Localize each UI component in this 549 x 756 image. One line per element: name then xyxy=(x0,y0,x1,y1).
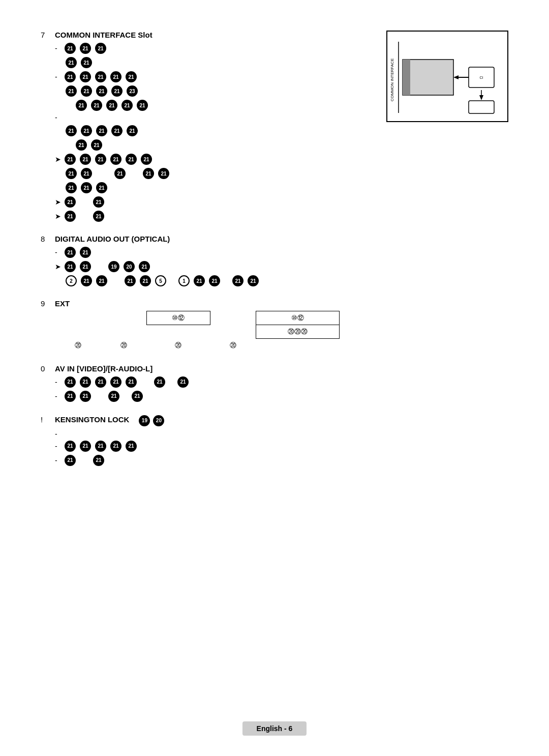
s0-icon11: 21 xyxy=(132,391,143,402)
s7-icon34: 21 xyxy=(66,168,77,179)
s7-bullet1: - xyxy=(55,44,61,52)
section-k: ! KENSINGTON LOCK 19 20 - - 21 21 21 21 … xyxy=(41,415,508,467)
s7-icon7: 21 xyxy=(80,71,91,82)
sk-bullet1: - xyxy=(55,430,61,438)
s8-icon1: 21 xyxy=(65,247,76,258)
section-0-number: 0 xyxy=(41,364,50,373)
s0-icon6: 21 xyxy=(154,376,165,388)
section-9-header: 9 EXT xyxy=(41,299,508,308)
section-9-number: 9 xyxy=(41,299,50,308)
section-0: 0 AV IN [VIDEO]/[R-AUDIO-L] - 21 21 21 2… xyxy=(41,364,508,402)
s8-line2: ➤ 21 21 19 20 21 xyxy=(55,260,508,273)
s7-icon44: 21 xyxy=(65,211,76,222)
s7-icon40: 21 xyxy=(81,182,92,193)
section-8-number: 8 xyxy=(41,235,50,243)
s8-icon12: 21 xyxy=(140,275,151,286)
s7-icon2: 21 xyxy=(80,43,91,54)
s7-bullet2: - xyxy=(55,73,61,81)
section-k-body: - - 21 21 21 21 21 - 21 21 xyxy=(55,430,508,467)
svg-rect-10 xyxy=(469,101,494,113)
s0-icon1: 21 xyxy=(65,376,76,388)
section-0-title: AV IN [VIDEO]/[R-AUDIO-L] xyxy=(55,364,152,373)
s7-line10: 21 21 21 21 21 xyxy=(65,167,508,180)
sk-line1: - xyxy=(55,430,508,438)
s7-icon26: 21 xyxy=(76,139,87,151)
section-8-header: 8 DIGITAL AUDIO OUT (OPTICAL) xyxy=(41,235,508,243)
s8-line3: 2 21 21 21 21 5 1 21 21 21 21 xyxy=(65,275,508,287)
s7-icon1: 21 xyxy=(65,43,76,54)
s8-icon7: 21 xyxy=(139,261,150,272)
sk-icon2: 21 xyxy=(80,441,91,452)
ext-cell-r3c1: ⑳ xyxy=(55,339,101,352)
s7-icon11: 21 xyxy=(66,85,77,97)
svg-text:COMMON INTERFACE: COMMON INTERFACE xyxy=(390,59,394,101)
s7-line11: 21 21 21 xyxy=(65,182,508,194)
s7-arrow3: ➤ xyxy=(55,212,61,220)
sk-icon6: 21 xyxy=(65,455,76,466)
section-8-body: - 21 21 ➤ 21 21 19 20 21 2 21 21 21 21 5 xyxy=(55,246,508,287)
s7-icon23: 21 xyxy=(96,125,107,136)
section-k-title: KENSINGTON LOCK xyxy=(55,415,129,424)
sk-bullet3: - xyxy=(55,456,61,464)
s7-icon33: 21 xyxy=(141,154,152,165)
section-8: 8 DIGITAL AUDIO OUT (OPTICAL) - 21 21 ➤ … xyxy=(41,235,508,287)
section-9-title: EXT xyxy=(55,299,70,308)
s0-icon5: 21 xyxy=(126,376,137,388)
s7-icon25: 21 xyxy=(127,125,138,136)
s7-icon15: 23 xyxy=(127,85,138,97)
s7-icon41: 21 xyxy=(96,182,107,193)
sk-bullet2: - xyxy=(55,442,61,450)
s7-arrow1: ➤ xyxy=(55,155,61,163)
s8-icon16: 21 xyxy=(209,275,220,286)
s7-icon45: 21 xyxy=(93,211,104,222)
s8-icon11: 21 xyxy=(125,275,136,286)
s7-icon28: 21 xyxy=(65,154,76,165)
ext-cell-r2c3 xyxy=(146,325,210,339)
s8-icon5: 19 xyxy=(108,261,119,272)
s8-icon8: 2 xyxy=(66,275,77,286)
ext-cell-r1c2 xyxy=(101,311,146,325)
s7-icon9: 21 xyxy=(110,71,121,82)
sk-icon4: 21 xyxy=(110,441,121,452)
s7-icon3: 21 xyxy=(95,43,106,54)
s0-icon4: 21 xyxy=(110,376,121,388)
s0-line1: - 21 21 21 21 21 21 21 xyxy=(55,376,508,388)
s7-icon5: 21 xyxy=(81,57,92,68)
svg-marker-5 xyxy=(453,75,459,79)
page-footer: English - 6 xyxy=(0,721,549,736)
section-8-title: DIGITAL AUDIO OUT (OPTICAL) xyxy=(55,235,170,243)
s0-icon9: 21 xyxy=(80,391,91,402)
section-k-header: ! KENSINGTON LOCK 19 20 xyxy=(41,415,508,427)
ext-cell-r2c5: ⑳⑳⑳ xyxy=(256,325,340,339)
ext-cell-r1c3: ⑩⑫ xyxy=(146,311,210,325)
section-9: 9 EXT ⑩⑫ ⑩⑫ ⑳⑳⑳ xyxy=(41,299,508,352)
s7-line12: ➤ 21 21 xyxy=(55,196,508,208)
s8-bullet1: - xyxy=(55,248,61,256)
s0-icon10: 21 xyxy=(108,391,119,402)
ext-cell-r1c4 xyxy=(210,311,256,325)
ext-cell-r2c2 xyxy=(101,325,146,339)
s7-arrow2: ➤ xyxy=(55,198,61,206)
footer-label: English - 6 xyxy=(242,721,307,736)
s7-icon6: 21 xyxy=(65,71,76,82)
svg-text:CI: CI xyxy=(480,76,483,79)
s8-icon4: 21 xyxy=(80,261,91,272)
s0-icon8: 21 xyxy=(65,391,76,402)
s0-bullet1: - xyxy=(55,378,61,386)
sk-icon1: 21 xyxy=(65,441,76,452)
s7-line7: 21 21 21 21 21 xyxy=(65,125,508,137)
s7-icon36: 21 xyxy=(114,168,126,179)
s7-icon14: 21 xyxy=(111,85,123,97)
s7-icon38: 21 xyxy=(158,168,169,179)
section-0-header: 0 AV IN [VIDEO]/[R-AUDIO-L] xyxy=(41,364,508,373)
s8-icon18: 21 xyxy=(248,275,259,286)
s8-icon9: 21 xyxy=(81,275,92,286)
s7-line8: 21 21 xyxy=(75,139,508,151)
s0-icon2: 21 xyxy=(80,376,91,388)
ext-cell-r2c1 xyxy=(55,325,101,339)
s7-icon12: 21 xyxy=(81,85,92,97)
sk-line3: - 21 21 xyxy=(55,454,508,467)
s7-icon18: 21 xyxy=(106,100,117,111)
svg-marker-9 xyxy=(479,95,483,100)
s7-icon30: 21 xyxy=(95,154,106,165)
